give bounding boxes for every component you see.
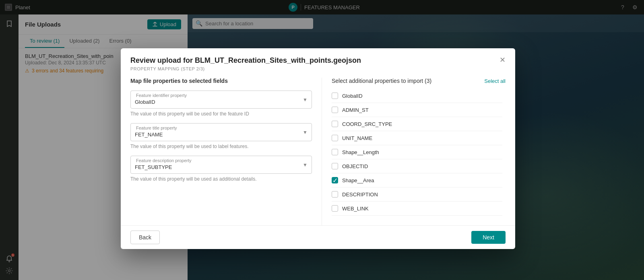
identifier-field: Feature identifier property GlobalID ▼ bbox=[130, 91, 312, 109]
title-value: FET_NAME bbox=[135, 132, 163, 138]
identifier-help: The value of this property will be used … bbox=[130, 111, 312, 117]
property-label: DESCRIPTION bbox=[342, 191, 378, 198]
property-checkbox[interactable] bbox=[332, 121, 338, 127]
title-field-group: Feature title property FET_NAME ▼ The va… bbox=[130, 123, 312, 149]
property-checkbox[interactable]: ✓ bbox=[332, 177, 338, 183]
property-checkbox[interactable] bbox=[332, 93, 338, 99]
property-list: GlobalIDADMIN_STCOORD_SRC_TYPEUNIT_NAMES… bbox=[332, 89, 506, 216]
identifier-arrow-icon: ▼ bbox=[303, 97, 308, 103]
title-select[interactable]: FET_NAME ▼ bbox=[130, 123, 312, 141]
property-list-item[interactable]: ✓Shape__Area bbox=[332, 173, 502, 187]
modal-right-section: Select additional properties to import (… bbox=[322, 78, 515, 225]
property-checkbox[interactable] bbox=[332, 135, 338, 141]
property-list-item[interactable]: UNIT_NAME bbox=[332, 131, 502, 145]
property-list-item[interactable]: WEB_LINK bbox=[332, 202, 502, 216]
modal-title: Review upload for BLM_UT_Recreation_Site… bbox=[130, 56, 361, 65]
property-label: WEB_LINK bbox=[342, 206, 369, 212]
modal-body: Map file properties to selected fields F… bbox=[121, 78, 515, 225]
property-label: UNIT_NAME bbox=[342, 135, 372, 141]
select-all-button[interactable]: Select all bbox=[484, 78, 506, 84]
modal-subtitle: PROPERTY MAPPING (STEP 2/3) bbox=[130, 66, 361, 71]
property-label: Shape__Area bbox=[342, 177, 374, 183]
property-list-item[interactable]: GlobalID bbox=[332, 89, 502, 103]
close-button[interactable]: ✕ bbox=[500, 56, 506, 64]
next-button[interactable]: Next bbox=[471, 231, 506, 244]
title-arrow-icon: ▼ bbox=[303, 130, 308, 135]
property-checkbox[interactable] bbox=[332, 191, 338, 198]
modal-header-text: Review upload for BLM_UT_Recreation_Site… bbox=[130, 56, 361, 71]
property-label: Shape__Length bbox=[342, 149, 379, 155]
modal-dialog: Review upload for BLM_UT_Recreation_Site… bbox=[121, 48, 515, 249]
modal-footer: Back Next bbox=[121, 225, 515, 249]
description-field: Feature description property FET_SUBTYPE… bbox=[130, 156, 312, 174]
property-label: OBJECTID bbox=[342, 163, 368, 169]
title-help: The value of this property will be used … bbox=[130, 144, 312, 149]
modal-right-header: Select additional properties to import (… bbox=[332, 78, 506, 84]
back-button[interactable]: Back bbox=[130, 231, 160, 244]
modal-left-section: Map file properties to selected fields F… bbox=[121, 78, 322, 225]
property-list-item[interactable]: ADMIN_ST bbox=[332, 103, 502, 117]
description-select[interactable]: FET_SUBTYPE ▼ bbox=[130, 156, 312, 174]
title-field: Feature title property FET_NAME ▼ bbox=[130, 123, 312, 141]
property-list-item[interactable]: DESCRIPTION bbox=[332, 187, 502, 202]
right-section-title: Select additional properties to import (… bbox=[332, 78, 431, 84]
property-checkbox[interactable] bbox=[332, 107, 338, 113]
property-checkbox[interactable] bbox=[332, 205, 338, 212]
description-help: The value of this property will be used … bbox=[130, 176, 312, 182]
property-list-item[interactable]: COORD_SRC_TYPE bbox=[332, 117, 502, 131]
section-title: Map file properties to selected fields bbox=[130, 78, 312, 84]
identifier-field-group: Feature identifier property GlobalID ▼ T… bbox=[130, 91, 312, 117]
identifier-select[interactable]: GlobalID ▼ bbox=[130, 91, 312, 109]
property-checkbox[interactable] bbox=[332, 149, 338, 155]
description-field-group: Feature description property FET_SUBTYPE… bbox=[130, 156, 312, 182]
property-list-item[interactable]: OBJECTID bbox=[332, 159, 502, 173]
description-value: FET_SUBTYPE bbox=[135, 164, 172, 170]
description-arrow-icon: ▼ bbox=[303, 162, 308, 168]
property-checkbox[interactable] bbox=[332, 163, 338, 169]
property-label: GlobalID bbox=[342, 93, 363, 99]
property-label: COORD_SRC_TYPE bbox=[342, 121, 392, 127]
identifier-value: GlobalID bbox=[135, 99, 155, 105]
modal-header: Review upload for BLM_UT_Recreation_Site… bbox=[121, 48, 515, 71]
property-list-item[interactable]: Shape__Length bbox=[332, 145, 502, 159]
property-label: ADMIN_ST bbox=[342, 107, 369, 113]
